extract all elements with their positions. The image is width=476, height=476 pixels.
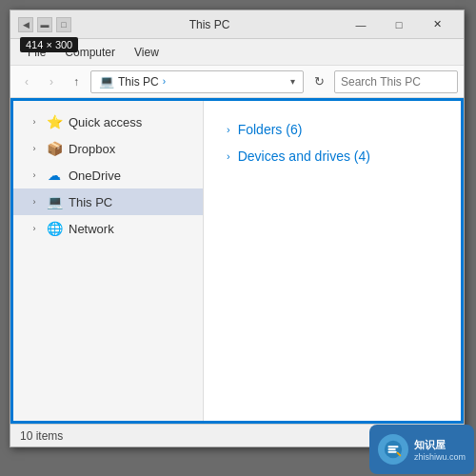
sidebar-item-dropbox[interactable]: › 📦 Dropbox bbox=[13, 135, 203, 162]
expand-icon-this-pc: › bbox=[29, 196, 40, 208]
window-controls: — □ ✕ bbox=[342, 11, 456, 38]
item-count: 10 items bbox=[20, 429, 63, 443]
quick-access-toolbar-icon1[interactable]: ◀ bbox=[18, 17, 33, 32]
devices-drives-item[interactable]: › Devices and drives (4) bbox=[223, 143, 442, 169]
menu-view[interactable]: View bbox=[125, 42, 169, 63]
quick-access-icon: ⭐ bbox=[46, 113, 63, 130]
watermark: 知识屋 zhishiwu.com bbox=[369, 425, 474, 474]
content-area: › ⭐ Quick access › 📦 Dropbox › ☁ OneDriv… bbox=[10, 98, 464, 424]
address-this-pc: This PC bbox=[118, 75, 159, 89]
sidebar-item-onedrive[interactable]: › ☁ OneDrive bbox=[13, 162, 203, 188]
folders-item[interactable]: › Folders (6) bbox=[223, 116, 442, 143]
dimension-badge: 414 × 300 bbox=[20, 37, 78, 52]
this-pc-icon: 💻 bbox=[46, 193, 63, 210]
sidebar-label-dropbox: Dropbox bbox=[69, 142, 115, 156]
minimize-button[interactable]: — bbox=[342, 11, 380, 38]
watermark-english: zhishiwu.com bbox=[414, 452, 466, 462]
quick-access-toolbar-icon2[interactable]: ▬ bbox=[37, 17, 52, 32]
devices-label: Devices and drives (4) bbox=[238, 149, 370, 164]
dropbox-icon: 📦 bbox=[46, 140, 63, 157]
address-chevron: › bbox=[163, 76, 166, 87]
watermark-text: 知识屋 zhishiwu.com bbox=[414, 438, 466, 462]
menubar: File Computer View bbox=[10, 39, 464, 66]
addressbar: ‹ › ↑ 💻 This PC › ▾ ↻ 🔍 bbox=[10, 66, 464, 98]
search-box[interactable]: 🔍 bbox=[334, 70, 458, 93]
window-title: This PC bbox=[77, 18, 342, 31]
main-panel: › Folders (6) › Devices and drives (4) bbox=[204, 101, 461, 421]
forward-button[interactable]: › bbox=[41, 71, 62, 92]
address-text: This PC › bbox=[118, 75, 166, 89]
expand-icon-onedrive: › bbox=[29, 169, 40, 181]
folders-arrow-icon: › bbox=[227, 124, 230, 135]
expand-icon-network: › bbox=[29, 223, 40, 234]
maximize-button[interactable]: □ bbox=[380, 11, 418, 38]
refresh-button[interactable]: ↻ bbox=[307, 70, 330, 93]
address-box[interactable]: 💻 This PC › ▾ bbox=[90, 70, 304, 93]
sidebar-item-quick-access[interactable]: › ⭐ Quick access bbox=[13, 109, 203, 135]
sidebar-label-onedrive: OneDrive bbox=[69, 169, 121, 183]
sidebar-label-this-pc: This PC bbox=[69, 195, 112, 209]
sidebar-item-this-pc[interactable]: › 💻 This PC bbox=[13, 188, 203, 215]
watermark-icon bbox=[378, 434, 408, 465]
expand-icon-dropbox: › bbox=[29, 143, 40, 154]
address-dropdown-arrow[interactable]: ▾ bbox=[290, 76, 295, 87]
sidebar: › ⭐ Quick access › 📦 Dropbox › ☁ OneDriv… bbox=[13, 101, 204, 421]
quick-access-toolbar-icon3[interactable]: □ bbox=[56, 17, 71, 32]
up-button[interactable]: ↑ bbox=[66, 71, 87, 92]
watermark-chinese: 知识屋 bbox=[414, 438, 466, 452]
sidebar-label-quick-access: Quick access bbox=[69, 115, 142, 129]
search-input[interactable] bbox=[341, 75, 476, 89]
titlebar: ◀ ▬ □ This PC — □ ✕ bbox=[10, 10, 464, 39]
devices-arrow-icon: › bbox=[227, 150, 230, 162]
address-pc-icon: 💻 bbox=[99, 74, 114, 89]
folders-label: Folders (6) bbox=[238, 122, 303, 137]
sidebar-label-network: Network bbox=[69, 222, 114, 236]
expand-icon-quick-access: › bbox=[29, 116, 40, 128]
network-icon: 🌐 bbox=[46, 220, 63, 237]
back-button[interactable]: ‹ bbox=[16, 71, 37, 92]
file-explorer-window: ◀ ▬ □ This PC — □ ✕ 414 × 300 File Compu… bbox=[10, 10, 465, 447]
close-button[interactable]: ✕ bbox=[418, 11, 456, 38]
titlebar-icons: ◀ ▬ □ bbox=[18, 17, 71, 32]
onedrive-icon: ☁ bbox=[46, 167, 63, 184]
sidebar-item-network[interactable]: › 🌐 Network bbox=[13, 215, 203, 242]
